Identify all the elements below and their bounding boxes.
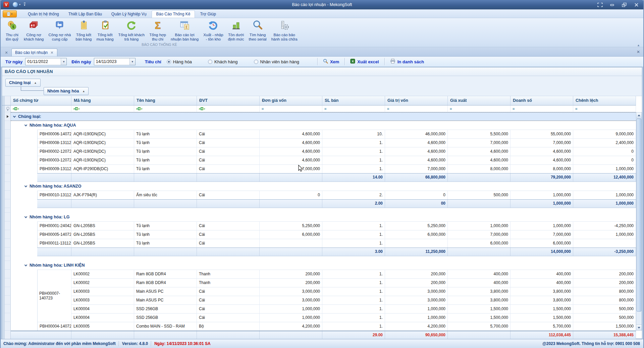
column-header[interactable]: Doanh số <box>511 96 573 105</box>
grid-row-data[interactable]: PBH00005-140723GN-L205BSTủ lạnhCái6,000,… <box>2 230 636 239</box>
filter-cell[interactable]: = <box>385 106 448 112</box>
ribbon-button-supplier-debt[interactable]: Công nợ nhàcung cấp <box>46 19 73 42</box>
grid-row-data[interactable]: PBH00010-131123AJK-F794(R)Ấm siêu tốcCái… <box>2 191 636 199</box>
grid-row-group-product[interactable]: Nhóm hàng hóa: AQUA <box>2 121 636 130</box>
grid-row-data[interactable]: PBH00009-131123AQR-IP290DB(DC)Tủ lạnhCái… <box>2 164 636 173</box>
menu-tab-thiết-lập-ban-đầu[interactable]: Thiết Lập Ban Đầu <box>64 11 106 18</box>
collapse-chevron-icon[interactable] <box>24 184 27 187</box>
group-box-product-group[interactable]: Nhóm hàng hóa ▲ <box>44 87 89 95</box>
collapse-chevron-icon[interactable] <box>13 115 16 117</box>
radio-hàng-hóa[interactable]: Hàng hóa <box>167 59 192 64</box>
column-header[interactable]: Tên hàng <box>134 96 197 105</box>
grid-row-data[interactable]: LK00002Ram 8GB DDR4Thanh200,0001.200,000… <box>2 270 636 278</box>
group-box-category[interactable]: Chủng loại ▲ <box>5 79 41 87</box>
ribbon-button-label: Báo cáo bảohành sửa chữa <box>271 33 298 42</box>
column-header[interactable]: Giá xuất <box>448 96 511 105</box>
filter-cell[interactable]: aBc <box>11 106 71 112</box>
ribbon-button-stock-cycle[interactable]: Xuất - nhập- tồn kho <box>201 19 225 42</box>
scrollbar-thumb[interactable] <box>637 119 641 311</box>
ribbon-button-customer-debt[interactable]: Công nợkhách hàng <box>21 19 46 42</box>
grid-row-data[interactable]: PBH00003-120723AQR-I190DN(DC)Tủ lạnhCái4… <box>2 156 636 164</box>
to-date-dropdown-button[interactable]: ▼ <box>129 58 135 65</box>
grid-row-data[interactable]: PBH00001-240423GN-L205BSTủ lạnhCái5,250,… <box>2 221 636 230</box>
close-window-button[interactable] <box>633 2 640 7</box>
action-button-in-danh-sách[interactable]: In danh sách <box>387 59 427 65</box>
grand-total-cell <box>448 331 511 339</box>
grid-cell: GN-L205BS <box>71 230 134 239</box>
ribbon-button-bar-chart[interactable]: Tồn dướiđịnh mức <box>226 19 247 42</box>
ribbon-button-sales-notepad[interactable]: Tổng kếtbán hàng <box>73 19 94 42</box>
action-button-xem[interactable]: Xem <box>320 59 342 65</box>
data-indent <box>11 248 37 256</box>
grid-cell: 1,000,000 <box>573 230 636 239</box>
grid-row-data[interactable]: LK00004SSD 256GBCái1,000,0001.1,000,0001… <box>2 304 636 313</box>
menu-tab-quản-lý-nghiệp-vụ[interactable]: Quản Lý Nghiệp Vụ <box>107 11 151 18</box>
from-date-dropdown-button[interactable]: ▼ <box>61 58 66 65</box>
filter-cell[interactable]: = <box>511 106 573 112</box>
radio-nhân-viên-bán-hàng[interactable]: Nhân viên bán hàng <box>254 59 299 64</box>
ribbon-button-search-serial[interactable]: Tìm hàngtheo serial <box>247 19 269 42</box>
restore-button[interactable] <box>621 2 628 7</box>
grid-row-group-product[interactable]: Nhóm hàng hóa: LINH KIỆN <box>2 261 636 270</box>
ribbon-button-warranty-repair[interactable]: Báo cáo bảohành sửa chữa <box>269 19 300 42</box>
filter-cell[interactable]: aBc <box>197 106 260 112</box>
grid-cell: Cái <box>197 130 260 138</box>
grid-row-group-product[interactable]: Nhóm hàng hóa: LG <box>2 213 636 221</box>
close-all-documents-button[interactable]: ✕ <box>3 49 10 56</box>
menu-tab-trợ-giúp[interactable]: Trợ Giúp <box>196 11 220 18</box>
radio-khách-hàng[interactable]: Khách hàng <box>208 59 237 64</box>
grid-cell: 7,000,000 <box>448 138 511 147</box>
grid-row-data[interactable]: LK00003Main ASUS PCCái3,000,0001.3,000,0… <box>2 296 636 304</box>
ribbon-button-returns-refresh[interactable]: Tổng kết kháchtrả hàng <box>116 19 147 42</box>
close-tab-icon[interactable]: ✕ <box>50 51 53 55</box>
menu-tab-báo-cáo-thống-kê[interactable]: Báo Cáo Thống Kê <box>152 10 195 18</box>
ribbon-button-purchase-clipboard[interactable]: Tổng kếtmua hàng <box>94 19 116 42</box>
to-date-input[interactable]: 14/11/2023 ▼ <box>94 58 136 65</box>
column-header[interactable]: SL bán <box>322 96 385 105</box>
grid-row-data[interactable]: LK00004SSD 256GBCái1,000,0001.1,000,0001… <box>2 313 636 322</box>
scroll-up-button[interactable] <box>636 113 642 118</box>
filter-cell[interactable]: = <box>573 106 636 112</box>
column-header[interactable]: Mã hàng <box>71 96 134 105</box>
filter-cell[interactable]: aBc <box>71 106 134 112</box>
collapse-chevron-icon[interactable] <box>24 263 27 266</box>
document-tab-active[interactable]: Báo cáo lợi nhuận ✕ <box>11 49 57 56</box>
vertical-scrollbar[interactable] <box>636 112 642 331</box>
from-date-input[interactable]: 01/11/2022 ▼ <box>25 58 67 65</box>
grid-row-group-category[interactable]: Chủng loại: <box>2 112 636 121</box>
column-header[interactable]: Giá trị vốn <box>385 96 448 105</box>
fullscreen-button[interactable] <box>596 2 604 7</box>
grid-row-data[interactable]: PBH00002-120723AQR-I190DN(DC)Tủ lạnhCái4… <box>2 147 636 156</box>
filter-cell[interactable]: = <box>448 106 511 112</box>
collapse-chevron-icon[interactable] <box>24 123 27 126</box>
grid-row-data[interactable]: PBH00006-140723AQR-I190DN(DC)Tủ lạnhCái4… <box>2 130 636 138</box>
grid-row-data[interactable]: PBH00008-131123AQR-I190DN(DC)Tủ lạnhCái4… <box>2 138 636 147</box>
grid-row-data[interactable]: PBH00004-140723LK00005Combo MAIN - SSD -… <box>2 322 636 331</box>
grid-row-data[interactable]: PBH00011-131123GN-L205BSTủ lạnhCái1.6,00… <box>2 239 636 248</box>
ribbon-collapse-icon[interactable]: ▲ <box>637 44 640 47</box>
column-header[interactable]: ĐVT <box>197 96 260 105</box>
close-document-button[interactable]: ✕ <box>637 50 640 54</box>
column-header[interactable]: Chênh lệch <box>573 96 636 105</box>
menu-tab-quản-trị-hệ-thống[interactable]: Quản trị hệ thống <box>23 11 63 18</box>
grid-row-data[interactable]: LK00002Ram 8GB DDR4Thanh200,0001.200,000… <box>2 278 636 287</box>
collapse-chevron-icon[interactable] <box>24 215 27 218</box>
grid-row-group-product[interactable]: Nhóm hàng hóa: ASANZO <box>2 182 636 191</box>
summary-cell <box>37 248 71 256</box>
scroll-down-button[interactable] <box>636 325 642 330</box>
ribbon-button-coins[interactable]: €$Thu chitồn quỹ <box>3 19 21 42</box>
minimize-button[interactable] <box>608 2 616 7</box>
filter-cell[interactable]: = <box>322 106 385 112</box>
grid-cell: 400,000 <box>448 278 511 287</box>
application-menu-button[interactable]: ▾ <box>3 10 17 17</box>
action-button-xuất-excel[interactable]: XXuất excel <box>347 59 382 65</box>
column-header[interactable]: Số chứng từ <box>11 96 71 105</box>
filter-cell[interactable]: aBc <box>134 106 197 112</box>
filter-cell[interactable]: = <box>260 106 322 112</box>
row-indicator-margin <box>2 256 5 261</box>
numeric-filter-icon: = <box>513 107 515 111</box>
column-header[interactable]: Đơn giá vốn <box>260 96 322 105</box>
ribbon-button-profit-table[interactable]: ΣBáo cáo lợinhuận bán hàng <box>168 19 201 42</box>
ribbon-button-sigma[interactable]: ΣTổng hợpthu chi <box>147 19 168 42</box>
grid-row-data[interactable]: LK00003Main ASUS PCCái3,000,0001.3,000,0… <box>2 287 636 296</box>
